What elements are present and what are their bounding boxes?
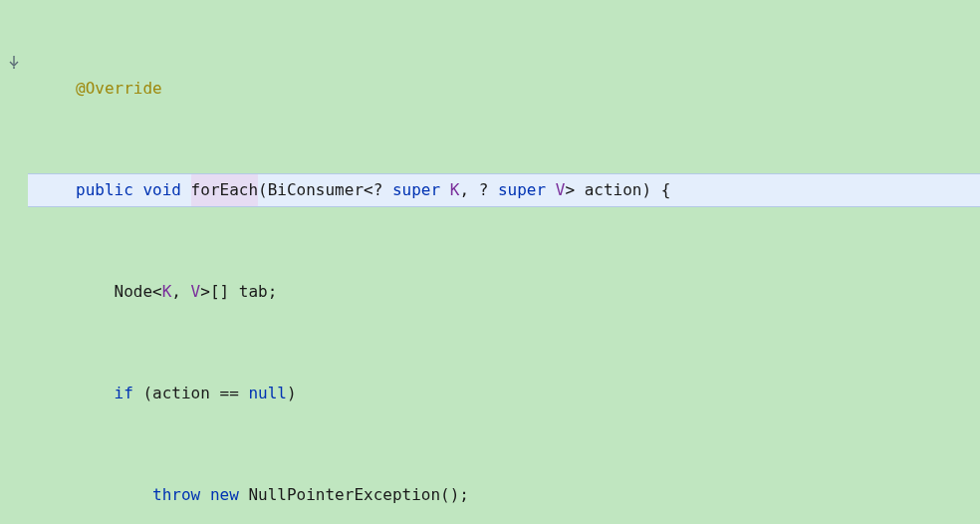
keyword-void: void [142, 173, 181, 207]
type-node: Node [115, 275, 153, 309]
code-line-current[interactable]: public void forEach(BiConsumer<? super K… [28, 173, 980, 207]
var-action: action [152, 377, 210, 410]
editor-gutter [0, 0, 28, 524]
svg-point-0 [13, 67, 15, 69]
keyword-super: super [392, 173, 440, 207]
method-foreach: forEach [191, 180, 258, 199]
var-tab: tab [239, 275, 268, 309]
override-gutter-icon[interactable] [6, 48, 22, 64]
type-param-v: V [191, 275, 201, 309]
keyword-if: if [115, 377, 133, 410]
code-line[interactable]: Node<K, V>[] tab; [28, 275, 980, 309]
keyword-null: null [248, 377, 287, 410]
type-param-k: K [162, 275, 172, 309]
code-line[interactable]: if (action == null) [28, 377, 980, 410]
code-editor[interactable]: @Override public void forEach(BiConsumer… [0, 0, 980, 524]
type-biconsumer: BiConsumer [268, 173, 364, 207]
type-param-v: V [556, 173, 566, 207]
code-area[interactable]: @Override public void forEach(BiConsumer… [28, 0, 980, 524]
keyword-public: public [76, 173, 133, 207]
code-line[interactable]: @Override [28, 72, 980, 106]
type-param-k: K [450, 173, 460, 207]
keyword-throw: throw [152, 478, 200, 512]
wildcard: ? [373, 173, 383, 207]
keyword-new: new [210, 478, 239, 512]
keyword-super: super [498, 173, 546, 207]
method-name-highlight: forEach [191, 173, 258, 207]
annotation-override: @Override [76, 72, 162, 106]
param-action: action [585, 173, 642, 207]
code-line[interactable]: throw new NullPointerException(); [28, 478, 980, 512]
type-npe: NullPointerException [248, 478, 440, 512]
wildcard: ? [479, 173, 489, 207]
